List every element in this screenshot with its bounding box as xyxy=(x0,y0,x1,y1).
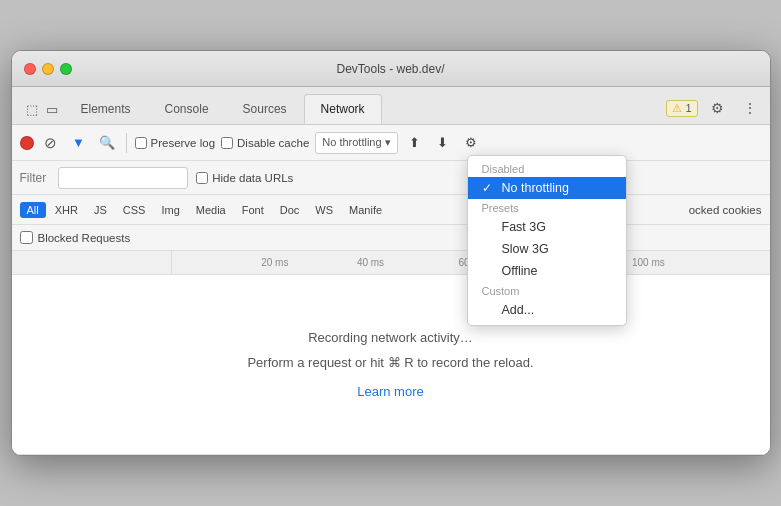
hide-data-urls-checkbox[interactable] xyxy=(196,172,208,184)
filter-label: Filter xyxy=(20,171,47,185)
checkmark-icon: ✓ xyxy=(482,181,496,195)
record-button[interactable] xyxy=(20,136,34,150)
filter-input[interactable] xyxy=(58,167,188,189)
type-manifest[interactable]: Manife xyxy=(342,202,389,218)
section-custom: Custom xyxy=(468,282,626,299)
tab-elements[interactable]: Elements xyxy=(64,94,148,124)
type-xhr[interactable]: XHR xyxy=(48,202,85,218)
section-presets: Presets xyxy=(468,199,626,216)
learn-more-link[interactable]: Learn more xyxy=(357,384,423,399)
gear-icon: ⚙ xyxy=(711,100,724,116)
devtools-window: DevTools - web.dev/ ⬚ ▭ Elements Console… xyxy=(11,50,771,456)
devtools-body: ⊘ ▼ 🔍 Preserve log Disable cache No thro… xyxy=(12,125,770,455)
timeline-mark-100ms: 100 ms xyxy=(632,257,665,268)
minimize-button[interactable] xyxy=(42,63,54,75)
menu-item-add[interactable]: Add... xyxy=(468,299,626,321)
upload-button[interactable]: ⬆ xyxy=(404,132,426,154)
more-icon: ⋮ xyxy=(743,100,757,116)
traffic-lights xyxy=(24,63,72,75)
maximize-button[interactable] xyxy=(60,63,72,75)
network-settings-button[interactable]: ⚙ xyxy=(460,132,482,154)
type-doc[interactable]: Doc xyxy=(273,202,307,218)
type-js[interactable]: JS xyxy=(87,202,114,218)
warning-badge[interactable]: ⚠ 1 xyxy=(666,100,697,117)
type-font[interactable]: Font xyxy=(235,202,271,218)
disable-cache-checkbox[interactable] xyxy=(221,137,233,149)
filter-toggle-button[interactable]: ▼ xyxy=(68,132,90,154)
tab-sources[interactable]: Sources xyxy=(226,94,304,124)
blocked-requests-checkbox[interactable] xyxy=(20,231,33,244)
more-button[interactable]: ⋮ xyxy=(738,96,762,120)
preserve-log-checkbox[interactable] xyxy=(135,137,147,149)
timeline-left xyxy=(12,251,172,274)
menu-item-slow-3g[interactable]: Slow 3G xyxy=(468,238,626,260)
blocked-cookies: ocked cookies xyxy=(689,204,762,216)
timeline-mark-20ms: 20 ms xyxy=(261,257,288,268)
close-button[interactable] xyxy=(24,63,36,75)
recording-text: Recording network activity… xyxy=(308,330,473,345)
download-button[interactable]: ⬇ xyxy=(432,132,454,154)
warning-icon: ⚠ xyxy=(672,102,682,115)
blocked-requests-row: Blocked Requests xyxy=(12,225,770,251)
disable-cache-label[interactable]: Disable cache xyxy=(221,137,309,149)
tab-network[interactable]: Network xyxy=(304,94,382,124)
separator xyxy=(126,133,127,153)
throttling-button[interactable]: No throttling ▾ xyxy=(315,132,397,154)
filterbar: Filter Hide data URLs xyxy=(12,161,770,195)
throttling-dropdown: Disabled ✓ No throttling Presets Fast 3G… xyxy=(467,155,627,326)
panel-icons: ⬚ ▭ xyxy=(20,94,64,124)
tabbar-right: ⚠ 1 ⚙ ⋮ xyxy=(666,96,761,124)
main-content: Recording network activity… Perform a re… xyxy=(12,275,770,455)
titlebar: DevTools - web.dev/ xyxy=(12,51,770,87)
device-icon[interactable]: ▭ xyxy=(46,102,58,117)
menu-item-no-throttling[interactable]: ✓ No throttling xyxy=(468,177,626,199)
blocked-requests-label: Blocked Requests xyxy=(38,232,131,244)
type-media[interactable]: Media xyxy=(189,202,233,218)
tabbar: ⬚ ▭ Elements Console Sources Network ⚠ 1… xyxy=(12,87,770,125)
tab-console[interactable]: Console xyxy=(148,94,226,124)
section-disabled: Disabled xyxy=(468,160,626,177)
type-all[interactable]: All xyxy=(20,202,46,218)
type-ws[interactable]: WS xyxy=(308,202,340,218)
menu-item-offline[interactable]: Offline xyxy=(468,260,626,282)
preserve-log-label[interactable]: Preserve log xyxy=(135,137,216,149)
settings-button[interactable]: ⚙ xyxy=(706,96,730,120)
hide-data-urls-label[interactable]: Hide data URLs xyxy=(196,172,293,184)
warning-count: 1 xyxy=(685,102,691,114)
menu-item-fast-3g[interactable]: Fast 3G xyxy=(468,216,626,238)
cursor-icon[interactable]: ⬚ xyxy=(26,102,38,117)
type-img[interactable]: Img xyxy=(154,202,186,218)
main-toolbar: ⊘ ▼ 🔍 Preserve log Disable cache No thro… xyxy=(12,125,770,161)
clear-button[interactable]: ⊘ xyxy=(40,132,62,154)
window-title: DevTools - web.dev/ xyxy=(336,62,444,76)
type-css[interactable]: CSS xyxy=(116,202,153,218)
timeline-mark-40ms: 40 ms xyxy=(357,257,384,268)
timeline-header: 20 ms 40 ms 60 ms 100 ms xyxy=(12,251,770,275)
typebar: All XHR JS CSS Img Media Font Doc xyxy=(12,195,770,225)
perform-text: Perform a request or hit ⌘ R to record t… xyxy=(247,355,533,370)
search-button[interactable]: 🔍 xyxy=(96,132,118,154)
